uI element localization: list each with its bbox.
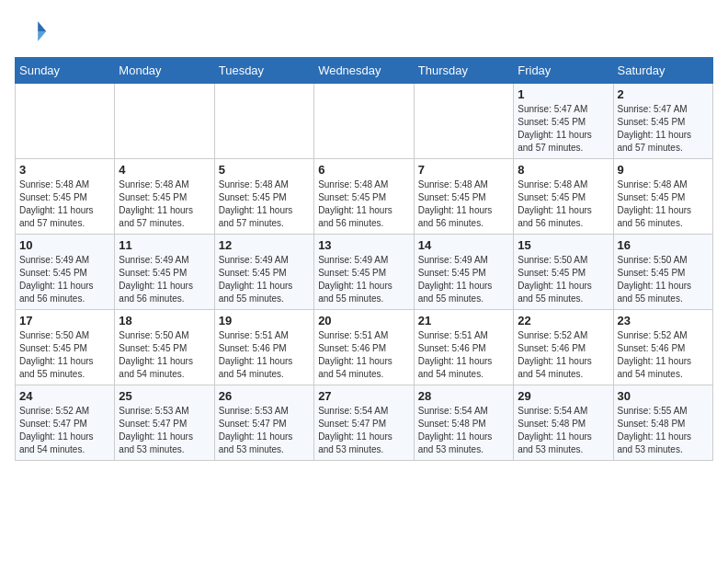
day-info: Sunrise: 5:50 AM Sunset: 5:45 PM Dayligh… [19,329,110,381]
calendar-cell: 7Sunrise: 5:48 AM Sunset: 5:45 PM Daylig… [414,159,513,235]
calendar-cell: 26Sunrise: 5:53 AM Sunset: 5:47 PM Dayli… [214,385,313,461]
day-number: 28 [418,389,509,403]
day-number: 14 [418,238,509,252]
day-number: 9 [618,163,710,177]
calendar-cell: 17Sunrise: 5:50 AM Sunset: 5:45 PM Dayli… [16,310,115,385]
day-info: Sunrise: 5:50 AM Sunset: 5:45 PM Dayligh… [618,254,710,305]
day-info: Sunrise: 5:54 AM Sunset: 5:47 PM Dayligh… [318,405,410,456]
calendar-cell: 30Sunrise: 5:55 AM Sunset: 5:48 PM Dayli… [613,385,713,461]
day-info: Sunrise: 5:51 AM Sunset: 5:46 PM Dayligh… [418,329,509,381]
day-number: 30 [618,389,710,403]
day-number: 25 [119,389,210,403]
day-info: Sunrise: 5:49 AM Sunset: 5:45 PM Dayligh… [219,254,310,305]
day-number: 11 [119,238,210,252]
day-info: Sunrise: 5:47 AM Sunset: 5:45 PM Dayligh… [518,103,609,155]
calendar-week-2: 3Sunrise: 5:48 AM Sunset: 5:45 PM Daylig… [16,159,713,235]
calendar-cell: 20Sunrise: 5:51 AM Sunset: 5:46 PM Dayli… [314,310,415,385]
day-number: 26 [219,389,310,403]
day-number: 16 [618,238,710,252]
logo [15,15,51,48]
calendar-cell: 10Sunrise: 5:49 AM Sunset: 5:45 PM Dayli… [16,235,115,310]
calendar-table: SundayMondayTuesdayWednesdayThursdayFrid… [15,57,713,461]
day-info: Sunrise: 5:51 AM Sunset: 5:46 PM Dayligh… [219,329,310,381]
calendar-cell [314,84,415,159]
day-info: Sunrise: 5:53 AM Sunset: 5:47 PM Dayligh… [219,405,310,456]
calendar-cell: 19Sunrise: 5:51 AM Sunset: 5:46 PM Dayli… [214,310,313,385]
day-info: Sunrise: 5:48 AM Sunset: 5:45 PM Dayligh… [219,178,310,230]
calendar-cell: 6Sunrise: 5:48 AM Sunset: 5:45 PM Daylig… [314,159,415,235]
calendar-cell [115,84,214,159]
calendar-cell: 29Sunrise: 5:54 AM Sunset: 5:48 PM Dayli… [514,385,613,461]
day-number: 2 [618,87,710,101]
day-number: 13 [318,238,410,252]
weekday-header-friday: Friday [514,58,613,84]
day-info: Sunrise: 5:48 AM Sunset: 5:45 PM Dayligh… [318,178,410,230]
day-number: 12 [219,238,310,252]
calendar-cell: 25Sunrise: 5:53 AM Sunset: 5:47 PM Dayli… [115,385,214,461]
day-number: 4 [119,163,210,177]
day-info: Sunrise: 5:53 AM Sunset: 5:47 PM Dayligh… [119,405,210,456]
calendar-cell: 15Sunrise: 5:50 AM Sunset: 5:45 PM Dayli… [514,235,613,310]
day-number: 18 [119,314,210,327]
day-number: 24 [19,389,110,403]
day-number: 8 [518,163,609,177]
day-info: Sunrise: 5:54 AM Sunset: 5:48 PM Dayligh… [418,405,509,456]
weekday-header-sunday: Sunday [16,58,115,84]
day-number: 17 [19,314,110,327]
calendar-cell: 12Sunrise: 5:49 AM Sunset: 5:45 PM Dayli… [214,235,313,310]
day-info: Sunrise: 5:50 AM Sunset: 5:45 PM Dayligh… [518,254,609,305]
day-info: Sunrise: 5:52 AM Sunset: 5:46 PM Dayligh… [618,329,710,381]
svg-marker-1 [38,31,46,41]
weekday-header-wednesday: Wednesday [314,58,415,84]
day-info: Sunrise: 5:50 AM Sunset: 5:45 PM Dayligh… [119,329,210,381]
weekday-header-saturday: Saturday [613,58,713,84]
logo-icon [15,15,48,48]
day-number: 27 [318,389,410,403]
day-info: Sunrise: 5:48 AM Sunset: 5:45 PM Dayligh… [119,178,210,230]
day-info: Sunrise: 5:49 AM Sunset: 5:45 PM Dayligh… [19,254,110,305]
day-info: Sunrise: 5:54 AM Sunset: 5:48 PM Dayligh… [518,405,609,456]
calendar-week-3: 10Sunrise: 5:49 AM Sunset: 5:45 PM Dayli… [16,235,713,310]
day-info: Sunrise: 5:48 AM Sunset: 5:45 PM Dayligh… [518,178,609,230]
day-number: 1 [518,87,609,101]
calendar-cell: 23Sunrise: 5:52 AM Sunset: 5:46 PM Dayli… [613,310,713,385]
calendar-cell: 27Sunrise: 5:54 AM Sunset: 5:47 PM Dayli… [314,385,415,461]
day-number: 15 [518,238,609,252]
calendar-week-4: 17Sunrise: 5:50 AM Sunset: 5:45 PM Dayli… [16,310,713,385]
calendar-cell: 24Sunrise: 5:52 AM Sunset: 5:47 PM Dayli… [16,385,115,461]
calendar-cell: 2Sunrise: 5:47 AM Sunset: 5:45 PM Daylig… [613,84,713,159]
day-info: Sunrise: 5:48 AM Sunset: 5:45 PM Dayligh… [19,178,110,230]
calendar-cell: 1Sunrise: 5:47 AM Sunset: 5:45 PM Daylig… [514,84,613,159]
calendar-cell: 18Sunrise: 5:50 AM Sunset: 5:45 PM Dayli… [115,310,214,385]
calendar-cell: 4Sunrise: 5:48 AM Sunset: 5:45 PM Daylig… [115,159,214,235]
day-number: 21 [418,314,509,327]
calendar-cell: 9Sunrise: 5:48 AM Sunset: 5:45 PM Daylig… [613,159,713,235]
weekday-header-tuesday: Tuesday [214,58,313,84]
day-number: 10 [19,238,110,252]
day-info: Sunrise: 5:47 AM Sunset: 5:45 PM Dayligh… [618,103,710,155]
calendar-cell: 3Sunrise: 5:48 AM Sunset: 5:45 PM Daylig… [16,159,115,235]
day-number: 3 [19,163,110,177]
day-info: Sunrise: 5:55 AM Sunset: 5:48 PM Dayligh… [618,405,710,456]
day-info: Sunrise: 5:49 AM Sunset: 5:45 PM Dayligh… [318,254,410,305]
calendar-cell: 5Sunrise: 5:48 AM Sunset: 5:45 PM Daylig… [214,159,313,235]
calendar-cell: 22Sunrise: 5:52 AM Sunset: 5:46 PM Dayli… [514,310,613,385]
calendar-cell: 13Sunrise: 5:49 AM Sunset: 5:45 PM Dayli… [314,235,415,310]
calendar-cell [16,84,115,159]
page-header [15,15,713,48]
weekday-header-row: SundayMondayTuesdayWednesdayThursdayFrid… [16,58,713,84]
day-number: 19 [219,314,310,327]
weekday-header-monday: Monday [115,58,214,84]
day-info: Sunrise: 5:51 AM Sunset: 5:46 PM Dayligh… [318,329,410,381]
day-number: 23 [618,314,710,327]
calendar-cell: 14Sunrise: 5:49 AM Sunset: 5:45 PM Dayli… [414,235,513,310]
calendar-cell [414,84,513,159]
day-info: Sunrise: 5:52 AM Sunset: 5:46 PM Dayligh… [518,329,609,381]
day-number: 5 [219,163,310,177]
day-number: 7 [418,163,509,177]
day-info: Sunrise: 5:49 AM Sunset: 5:45 PM Dayligh… [119,254,210,305]
day-info: Sunrise: 5:48 AM Sunset: 5:45 PM Dayligh… [618,178,710,230]
day-number: 6 [318,163,410,177]
svg-marker-0 [38,21,46,31]
day-number: 29 [518,389,609,403]
